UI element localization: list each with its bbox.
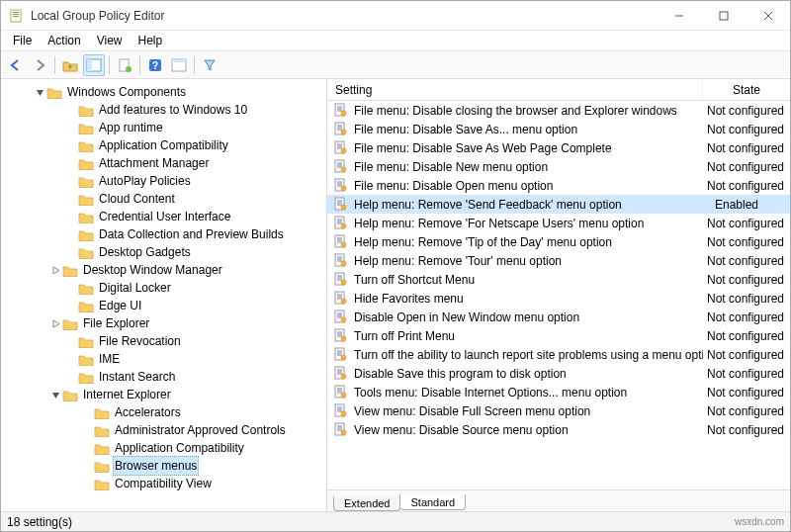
setting-row[interactable]: Tools menu: Disable Internet Options... …: [327, 383, 790, 401]
chevron-right-icon[interactable]: [48, 319, 62, 328]
setting-state: Not configured: [703, 160, 790, 174]
chevron-right-icon[interactable]: [48, 266, 62, 275]
tree-item[interactable]: Compatibility View: [1, 475, 326, 492]
tree-pane[interactable]: Windows ComponentsAdd features to Window…: [1, 79, 327, 511]
tree-item[interactable]: Accelerators: [1, 403, 326, 421]
close-button[interactable]: [746, 1, 790, 30]
svg-point-40: [341, 186, 346, 191]
setting-row[interactable]: File menu: Disable closing the browser a…: [327, 101, 790, 120]
tree-item-label: Application Compatibility: [113, 439, 246, 457]
folder-icon: [94, 405, 110, 419]
folder-icon: [94, 423, 110, 437]
policy-icon: [333, 159, 349, 175]
tree-item[interactable]: Add features to Windows 10: [1, 101, 326, 119]
titlebar[interactable]: Local Group Policy Editor: [1, 1, 790, 31]
tree-item[interactable]: App runtime: [1, 119, 326, 136]
tree-item[interactable]: Desktop Gadgets: [1, 243, 326, 261]
minimize-button[interactable]: [657, 1, 701, 30]
setting-name-cell: File menu: Disable Save As... menu optio…: [327, 122, 703, 137]
tree-item[interactable]: Instant Search: [1, 368, 326, 386]
folder-icon: [94, 459, 110, 473]
setting-row[interactable]: Hide Favorites menuNot configured: [327, 289, 790, 308]
menu-view[interactable]: View: [89, 32, 131, 49]
setting-row[interactable]: View menu: Disable Full Screen menu opti…: [327, 401, 790, 420]
tree-item[interactable]: Browser menus: [1, 457, 326, 475]
chevron-down-icon[interactable]: [48, 391, 62, 399]
tree-item[interactable]: Internet Explorer: [1, 386, 326, 403]
setting-row[interactable]: Turn off Print MenuNot configured: [327, 326, 790, 345]
column-header-state[interactable]: State: [703, 79, 790, 100]
setting-row[interactable]: File menu: Disable Save As... menu optio…: [327, 120, 790, 138]
folder-icon: [78, 352, 94, 366]
setting-row[interactable]: File menu: Disable New menu optionNot co…: [327, 157, 790, 176]
svg-point-100: [341, 411, 346, 416]
folder-icon: [78, 174, 94, 188]
setting-state: Not configured: [703, 254, 790, 268]
menu-file[interactable]: File: [5, 32, 40, 49]
window-title: Local Group Policy Editor: [31, 9, 657, 23]
folder-icon: [62, 316, 78, 330]
tree-item[interactable]: Administrator Approved Controls: [1, 421, 326, 439]
show-tree-button[interactable]: [83, 54, 105, 76]
back-button[interactable]: [5, 54, 27, 76]
forward-button[interactable]: [29, 54, 50, 76]
setting-row[interactable]: Help menu: Remove 'For Netscape Users' m…: [327, 214, 790, 232]
properties-button[interactable]: [114, 54, 135, 76]
setting-row[interactable]: Help menu: Remove 'Tip of the Day' menu …: [327, 232, 790, 251]
setting-name-cell: Help menu: Remove 'Tour' menu option: [327, 253, 703, 269]
tree-item[interactable]: IME: [1, 350, 326, 368]
help-button[interactable]: ?: [144, 54, 166, 76]
svg-rect-15: [172, 59, 186, 62]
tree-item[interactable]: Windows Components: [1, 83, 326, 101]
tree-item-label: Administrator Approved Controls: [113, 421, 288, 439]
column-header-setting[interactable]: Setting: [327, 79, 703, 100]
setting-row[interactable]: Disable Save this program to disk option…: [327, 364, 790, 383]
setting-row[interactable]: Disable Open in New Window menu optionNo…: [327, 308, 790, 326]
folder-icon: [94, 441, 110, 455]
tree-item[interactable]: Edge UI: [1, 297, 326, 314]
up-folder-button[interactable]: [59, 54, 81, 76]
tab-extended[interactable]: Extended: [333, 496, 400, 511]
svg-rect-5: [720, 12, 728, 20]
setting-row[interactable]: Help menu: Remove 'Tour' menu optionNot …: [327, 251, 790, 270]
tree-item[interactable]: File Revocation: [1, 332, 326, 350]
chevron-down-icon[interactable]: [33, 88, 46, 97]
tree-item[interactable]: Desktop Window Manager: [1, 261, 326, 279]
app-icon: [9, 8, 25, 24]
tree-item[interactable]: Credential User Interface: [1, 208, 326, 225]
watermark: wsxdn.com: [735, 516, 784, 527]
setting-row[interactable]: Turn off Shortcut MenuNot configured: [327, 270, 790, 289]
content-area: Windows ComponentsAdd features to Window…: [1, 79, 790, 511]
tree-item-label: Desktop Window Manager: [81, 261, 224, 279]
menu-action[interactable]: Action: [40, 32, 88, 49]
tree-item[interactable]: Data Collection and Preview Builds: [1, 225, 326, 243]
setting-row[interactable]: Help menu: Remove 'Send Feedback' menu o…: [327, 195, 790, 214]
folder-icon: [62, 388, 78, 401]
setting-name-cell: File menu: Disable Save As Web Page Comp…: [327, 140, 703, 156]
tree-item-label: IME: [97, 350, 122, 368]
tree-item[interactable]: AutoPlay Policies: [1, 172, 326, 190]
setting-row[interactable]: File menu: Disable Open menu optionNot c…: [327, 176, 790, 195]
setting-row[interactable]: View menu: Disable Source menu optionNot…: [327, 420, 790, 439]
tree-item[interactable]: Cloud Content: [1, 190, 326, 208]
policy-icon: [333, 216, 349, 231]
setting-name: View menu: Disable Source menu option: [354, 423, 569, 437]
setting-name: Help menu: Remove 'Tip of the Day' menu …: [354, 235, 612, 249]
tree-item[interactable]: Attachment Manager: [1, 154, 326, 172]
filter-button[interactable]: [199, 54, 220, 76]
setting-row[interactable]: Turn off the ability to launch report si…: [327, 345, 790, 364]
setting-name: Turn off the ability to launch report si…: [354, 348, 703, 362]
menu-help[interactable]: Help: [131, 32, 171, 49]
tree-item[interactable]: Digital Locker: [1, 279, 326, 297]
settings-list[interactable]: File menu: Disable closing the browser a…: [327, 101, 790, 489]
tree-item[interactable]: Application Compatibility: [1, 136, 326, 154]
maximize-button[interactable]: [701, 1, 746, 30]
options-button[interactable]: [168, 54, 190, 76]
policy-icon: [333, 366, 349, 382]
setting-name-cell: Turn off Shortcut Menu: [327, 272, 703, 288]
setting-row[interactable]: File menu: Disable Save As Web Page Comp…: [327, 138, 790, 157]
tree-item[interactable]: Application Compatibility: [1, 439, 326, 457]
tab-standard[interactable]: Standard: [399, 494, 466, 510]
tree-item[interactable]: File Explorer: [1, 314, 326, 332]
setting-state: Not configured: [703, 386, 790, 399]
